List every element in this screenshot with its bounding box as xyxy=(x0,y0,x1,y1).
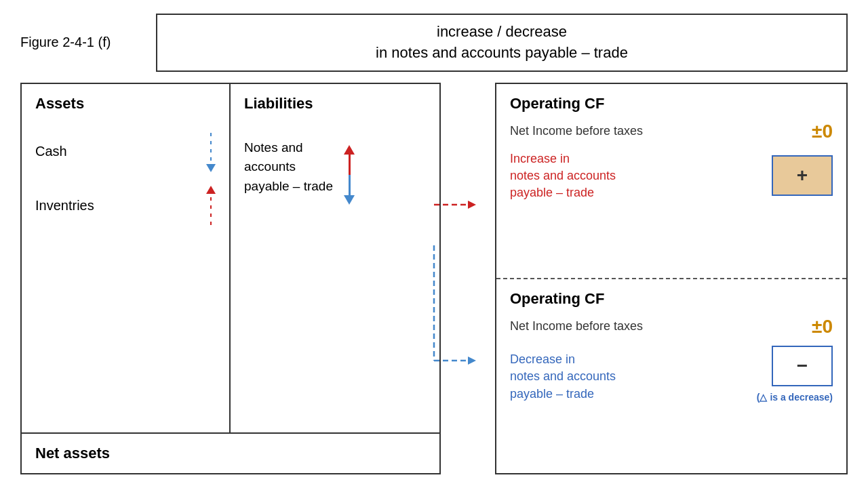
liabilities-column: Liabilities Notes andaccountspayable – t… xyxy=(231,84,439,432)
cash-row: Cash xyxy=(35,131,216,172)
svg-marker-4 xyxy=(468,357,476,365)
assets-column: Assets Cash xyxy=(22,84,231,432)
balance-sheet: Assets Cash xyxy=(20,83,441,474)
plus-box: + xyxy=(772,155,833,196)
inventries-label: Inventries xyxy=(35,198,94,214)
net-income-bottom-label: Net Income before taxes xyxy=(510,318,643,335)
assets-header: Assets xyxy=(35,95,216,113)
increase-row: Increase innotes and accountspayable – t… xyxy=(510,150,833,202)
cf-top-section: Operating CF Net Income before taxes ±0 … xyxy=(496,84,846,279)
liab-arrows xyxy=(344,145,355,205)
triangle-note: (△ is a decrease) xyxy=(757,392,833,403)
minus-box: − xyxy=(772,346,833,386)
title-line2: in notes and accounts payable – trade xyxy=(376,44,628,61)
cash-label: Cash xyxy=(35,144,67,159)
net-assets-row: Net assets xyxy=(22,432,439,473)
net-income-bottom-value: ±0 xyxy=(812,316,833,338)
title-line1: increase / decrease xyxy=(437,23,567,40)
figure-label: Figure 2-4-1 (f) xyxy=(20,35,142,50)
cf-top-header: Operating CF xyxy=(510,95,833,113)
svg-marker-1 xyxy=(468,201,476,209)
net-income-bottom-row: Net Income before taxes ±0 xyxy=(510,316,833,338)
notes-payable-label: Notes andaccountspayable – trade xyxy=(244,138,333,197)
inventries-row: Inventries xyxy=(35,186,216,226)
net-assets-label: Net assets xyxy=(35,445,426,462)
net-income-top-value: ±0 xyxy=(812,121,833,142)
decrease-label: Decrease innotes and accountspayable – t… xyxy=(510,351,616,403)
inventries-arrow xyxy=(206,186,216,226)
net-income-top-row: Net Income before taxes ±0 xyxy=(510,121,833,142)
operating-cf-box: Operating CF Net Income before taxes ±0 … xyxy=(495,83,848,474)
increase-label: Increase innotes and accountspayable – t… xyxy=(510,150,616,202)
liabilities-header: Liabilities xyxy=(244,95,426,113)
cf-bottom-section: Operating CF Net Income before taxes ±0 … xyxy=(496,279,846,473)
cash-arrow xyxy=(206,131,216,172)
net-income-top-label: Net Income before taxes xyxy=(510,123,643,140)
title-box: increase / decrease in notes and account… xyxy=(156,14,848,72)
decrease-row: Decrease innotes and accountspayable – t… xyxy=(510,346,833,403)
cf-bottom-header: Operating CF xyxy=(510,290,833,308)
